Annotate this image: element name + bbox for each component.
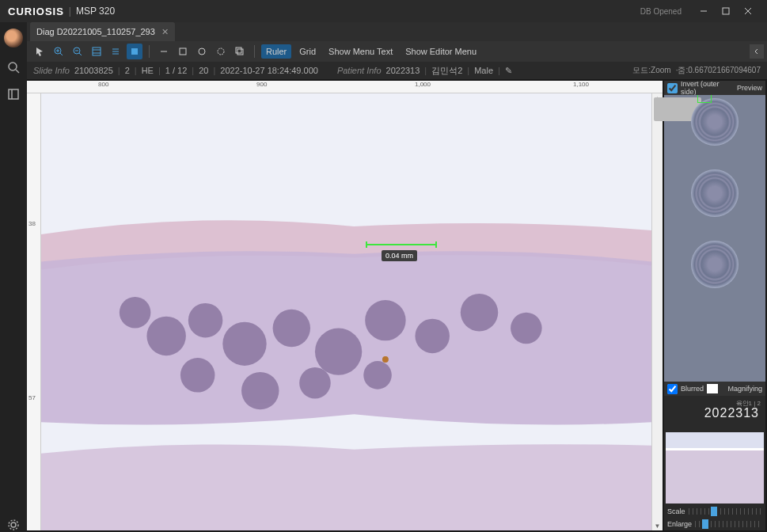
panel-icon[interactable] — [6, 87, 21, 101]
svg-rect-29 — [236, 48, 241, 53]
slide-info-label: Slide Info — [33, 66, 70, 75]
select-tool[interactable] — [127, 44, 142, 59]
slide-viewer: 800 900 1,000 1,100 38 57 — [27, 81, 663, 530]
slide-id: 21003825 — [74, 66, 113, 75]
collapse-chevron-icon[interactable] — [750, 44, 764, 59]
svg-point-8 — [11, 522, 16, 527]
meta-label: 육안1 | 2 — [736, 399, 761, 408]
search-icon[interactable] — [6, 60, 21, 74]
thumbnail-item[interactable] — [691, 169, 739, 217]
svg-point-27 — [218, 48, 224, 55]
tab-label: Diag D20221005_110257_293 — [36, 27, 155, 36]
show-editor-menu-toggle[interactable]: Show Editor Menu — [401, 44, 481, 59]
enlarge-label: Enlarge — [667, 520, 692, 528]
svg-line-11 — [60, 53, 63, 55]
slide-zoom: 20 — [199, 66, 208, 75]
rect-tool[interactable] — [175, 44, 191, 59]
app-name: MSP 320 — [76, 6, 115, 17]
svg-point-38 — [415, 319, 449, 353]
svg-rect-1 — [723, 8, 729, 14]
enlarge-slider[interactable] — [695, 521, 762, 527]
color-swatch[interactable] — [707, 384, 718, 393]
ruler-toggle[interactable]: Ruler — [261, 44, 291, 59]
svg-point-9 — [9, 520, 18, 530]
scale-slider[interactable] — [689, 508, 762, 515]
slide-seq: 2 — [125, 66, 130, 75]
info-bar: Slide Info 21003825| 2| HE| 1 / 12| 20| … — [27, 62, 767, 79]
slide-stain: HE — [142, 66, 154, 75]
close-tab-icon[interactable]: ✕ — [161, 27, 169, 37]
svg-point-37 — [365, 300, 405, 340]
tab-bar: Diag D20221005_110257_293 ✕ — [27, 22, 767, 41]
zoom-out-tool[interactable] — [70, 44, 85, 59]
vertical-ruler: 38 57 — [27, 93, 41, 530]
svg-rect-6 — [9, 89, 18, 99]
blurred-checkbox[interactable] — [667, 384, 678, 394]
toolbar: Ruler Grid Show Menu Text Show Editor Me… — [27, 41, 767, 62]
svg-point-35 — [273, 310, 310, 347]
edit-icon[interactable]: ✎ — [505, 66, 512, 76]
slide-page: 1 / 12 — [165, 66, 188, 75]
svg-point-26 — [199, 48, 205, 55]
big-id: 2022313 — [704, 406, 759, 420]
svg-point-41 — [180, 358, 215, 392]
magnifying-label: Magnifying — [727, 385, 762, 393]
scale-label: Scale — [667, 507, 685, 515]
polygon-tool[interactable] — [213, 44, 229, 59]
pointer-tool[interactable] — [32, 44, 47, 59]
minimize-button[interactable] — [693, 0, 715, 22]
slide-timestamp: 2022-10-27 18:24:49.000 — [220, 66, 318, 75]
circle-tool[interactable] — [194, 44, 210, 59]
measurement-value: 0.04 mm — [382, 250, 417, 261]
svg-point-34 — [222, 322, 266, 366]
grid-toggle[interactable]: Grid — [294, 44, 321, 59]
svg-point-44 — [363, 361, 392, 390]
slide-canvas[interactable]: 0.04 mm — [41, 93, 651, 530]
svg-point-32 — [146, 317, 185, 355]
document-tab[interactable]: Diag D20221005_110257_293 ✕ — [30, 22, 175, 41]
copy-tool[interactable] — [232, 44, 248, 59]
patient-id-panel: 육안1 | 2 2022313 — [664, 396, 765, 431]
title-bar: CURIOSIS | MSP 320 DB Opened — [0, 0, 767, 22]
vertical-scrollbar[interactable]: ▲ ▼ — [651, 93, 663, 530]
svg-point-4 — [9, 63, 17, 70]
close-button[interactable] — [737, 0, 759, 22]
svg-point-40 — [511, 313, 542, 344]
svg-rect-28 — [237, 49, 243, 55]
patient-id: 2022313 — [386, 66, 420, 75]
right-panel: Invert (outer side) Preview Blurred Magn… — [664, 81, 765, 530]
svg-point-39 — [461, 294, 498, 331]
preview-label: Preview — [737, 84, 762, 92]
invert-checkbox[interactable] — [667, 83, 678, 93]
svg-rect-23 — [131, 48, 138, 55]
svg-point-43 — [299, 367, 331, 399]
svg-line-15 — [79, 53, 82, 55]
tissue-image — [41, 93, 651, 530]
blurred-label: Blurred — [681, 385, 704, 393]
line-tool[interactable] — [156, 44, 172, 59]
grid-tool[interactable] — [89, 44, 104, 59]
patient-name: 김민석2 — [431, 65, 462, 77]
minimap-preview[interactable] — [666, 432, 764, 504]
svg-point-31 — [120, 297, 151, 329]
horizontal-ruler: 800 900 1,000 1,100 — [27, 81, 663, 93]
settings-icon[interactable] — [6, 518, 21, 532]
svg-point-33 — [188, 303, 222, 337]
measurement-overlay[interactable]: 0.04 mm — [366, 244, 437, 245]
thumbnail-item[interactable] — [691, 241, 739, 288]
zoom-in-tool[interactable] — [51, 44, 66, 59]
list-tool[interactable] — [108, 44, 123, 59]
brand-label: CURIOSIS — [8, 6, 64, 17]
zoom-value: ·줌:0.667021667094607 — [676, 65, 761, 76]
patient-sex: Male — [474, 66, 493, 75]
avatar[interactable] — [4, 28, 23, 48]
show-menu-text-toggle[interactable]: Show Menu Text — [324, 44, 397, 59]
svg-point-36 — [315, 329, 362, 375]
invert-label: Invert (outer side) — [681, 80, 731, 96]
patient-info-label: Patient Info — [337, 66, 382, 75]
thumbnail-item[interactable] — [691, 98, 739, 146]
db-status: DB Opened — [640, 7, 682, 16]
maximize-button[interactable] — [715, 0, 737, 22]
left-sidebar — [0, 22, 27, 532]
thumbnail-list[interactable] — [664, 95, 765, 382]
